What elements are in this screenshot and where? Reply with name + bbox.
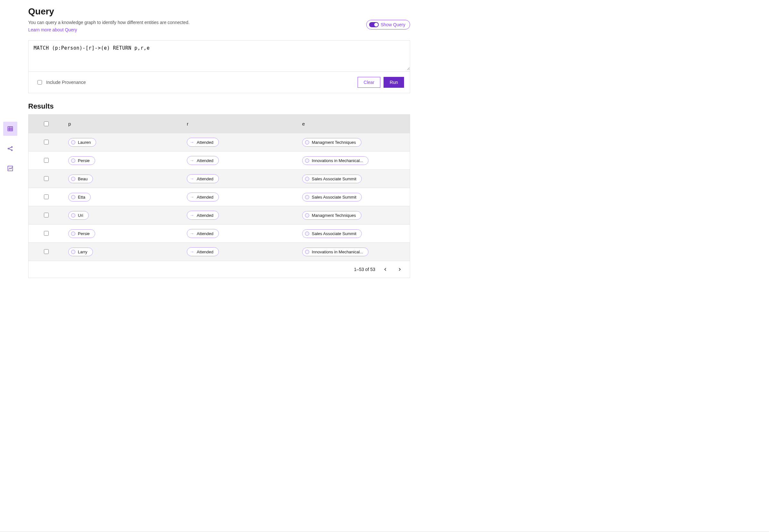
page-title: Query	[28, 6, 410, 17]
pager-next[interactable]	[396, 266, 404, 273]
arrow-right-icon: →	[190, 140, 194, 145]
relation-chip[interactable]: →Attended	[187, 138, 219, 147]
row-checkbox[interactable]	[44, 231, 49, 236]
table-row: Persie→AttendedInnovations in Mechanical…	[29, 151, 410, 170]
relation-label: Attended	[197, 158, 213, 163]
chevron-right-icon	[398, 268, 401, 271]
row-checkbox[interactable]	[44, 213, 49, 217]
show-query-toggle[interactable]: Show Query	[366, 20, 410, 29]
relation-label: Attended	[197, 213, 213, 218]
entity-label: Beau	[78, 176, 87, 181]
row-checkbox[interactable]	[44, 249, 49, 254]
col-header-p[interactable]: p	[64, 115, 182, 133]
results-title: Results	[28, 102, 410, 110]
row-checkbox[interactable]	[44, 140, 49, 144]
chart-icon	[7, 165, 13, 172]
run-button[interactable]: Run	[383, 77, 404, 88]
table-row: Lauren→AttendedManagment Techniques	[29, 133, 410, 151]
relation-label: Attended	[197, 195, 213, 200]
graph-icon	[7, 145, 13, 152]
entity-chip[interactable]: Managment Techniques	[302, 211, 361, 220]
entity-chip[interactable]: Innovations in Mechanical...	[302, 156, 368, 165]
table-row: Persie→AttendedSales Associate Summit	[29, 225, 410, 243]
entity-chip[interactable]: Larry	[68, 248, 93, 256]
entity-chip[interactable]: Beau	[68, 175, 93, 183]
entity-chip[interactable]: Innovations in Mechanical...	[302, 248, 368, 256]
relation-label: Attended	[197, 140, 213, 145]
results-table: p r e Lauren→AttendedManagment Technique…	[28, 114, 410, 261]
svg-point-7	[11, 150, 12, 151]
query-panel: Include Provenance Clear Run	[28, 40, 410, 93]
show-query-label: Show Query	[380, 22, 405, 27]
entity-label: Uri	[78, 213, 83, 218]
entity-label: Innovations in Mechanical...	[312, 158, 363, 163]
relation-chip[interactable]: →Attended	[187, 247, 219, 256]
table-row: Etta→AttendedSales Associate Summit	[29, 188, 410, 206]
entity-chip[interactable]: Etta	[68, 193, 91, 201]
arrow-right-icon: →	[190, 231, 194, 236]
entity-label: Persie	[78, 231, 90, 236]
entity-chip[interactable]: Managment Techniques	[302, 138, 361, 147]
table-row: Beau→AttendedSales Associate Summit	[29, 170, 410, 188]
col-header-e[interactable]: e	[298, 115, 410, 133]
learn-more-link[interactable]: Learn more about Query	[28, 27, 77, 32]
page-description: You can query a knowledge graph to ident…	[28, 20, 190, 25]
arrow-right-icon: →	[190, 194, 194, 200]
table-row: Uri→AttendedManagment Techniques	[29, 206, 410, 225]
rail-table-view[interactable]	[3, 122, 17, 136]
select-all-checkbox[interactable]	[44, 121, 49, 126]
relation-chip[interactable]: →Attended	[187, 174, 219, 183]
relation-chip[interactable]: →Attended	[187, 229, 219, 238]
arrow-right-icon: →	[190, 213, 194, 218]
view-rail	[0, 0, 20, 532]
entity-dot-icon	[71, 250, 75, 254]
row-checkbox[interactable]	[44, 194, 49, 199]
chevron-left-icon	[384, 268, 387, 271]
relation-label: Attended	[197, 250, 213, 254]
svg-line-9	[9, 149, 11, 150]
svg-point-6	[11, 146, 12, 147]
entity-label: Managment Techniques	[312, 140, 356, 145]
entity-dot-icon	[71, 177, 75, 181]
relation-chip[interactable]: →Attended	[187, 156, 219, 165]
row-checkbox[interactable]	[44, 176, 49, 181]
entity-label: Sales Associate Summit	[312, 231, 356, 236]
entity-label: Sales Associate Summit	[312, 176, 356, 181]
rail-graph-view[interactable]	[3, 142, 17, 156]
entity-label: Persie	[78, 158, 90, 163]
rail-stats-view[interactable]	[3, 161, 17, 176]
col-header-r[interactable]: r	[182, 115, 298, 133]
entity-chip[interactable]: Lauren	[68, 138, 96, 147]
arrow-right-icon: →	[190, 158, 194, 163]
entity-chip[interactable]: Sales Associate Summit	[302, 229, 362, 238]
entity-label: Lauren	[78, 140, 91, 145]
entity-dot-icon	[71, 213, 75, 217]
query-input[interactable]	[29, 41, 410, 70]
svg-line-8	[9, 147, 11, 148]
include-provenance[interactable]: Include Provenance	[36, 79, 86, 86]
entity-label: Etta	[78, 195, 85, 200]
relation-chip[interactable]: →Attended	[187, 211, 219, 220]
arrow-right-icon: →	[190, 176, 194, 181]
row-checkbox[interactable]	[44, 158, 49, 163]
entity-dot-icon	[305, 140, 309, 144]
clear-button[interactable]: Clear	[357, 77, 380, 88]
entity-dot-icon	[305, 159, 309, 163]
include-provenance-checkbox[interactable]	[37, 80, 42, 85]
arrow-right-icon: →	[190, 249, 194, 254]
entity-dot-icon	[71, 159, 75, 163]
entity-chip[interactable]: Persie	[68, 156, 95, 165]
toggle-switch-icon	[369, 22, 379, 27]
entity-chip[interactable]: Persie	[68, 229, 95, 238]
include-provenance-label: Include Provenance	[46, 80, 86, 85]
relation-chip[interactable]: →Attended	[187, 192, 219, 201]
entity-chip[interactable]: Sales Associate Summit	[302, 175, 362, 183]
relation-label: Attended	[197, 176, 213, 181]
entity-dot-icon	[71, 232, 75, 236]
entity-chip[interactable]: Uri	[68, 211, 89, 220]
pager-prev[interactable]	[381, 266, 389, 273]
pager-range: 1–53 of 53	[354, 267, 375, 272]
table-row: Larry→AttendedInnovations in Mechanical.…	[29, 243, 410, 261]
entity-chip[interactable]: Sales Associate Summit	[302, 193, 362, 201]
pager: 1–53 of 53	[28, 261, 410, 278]
